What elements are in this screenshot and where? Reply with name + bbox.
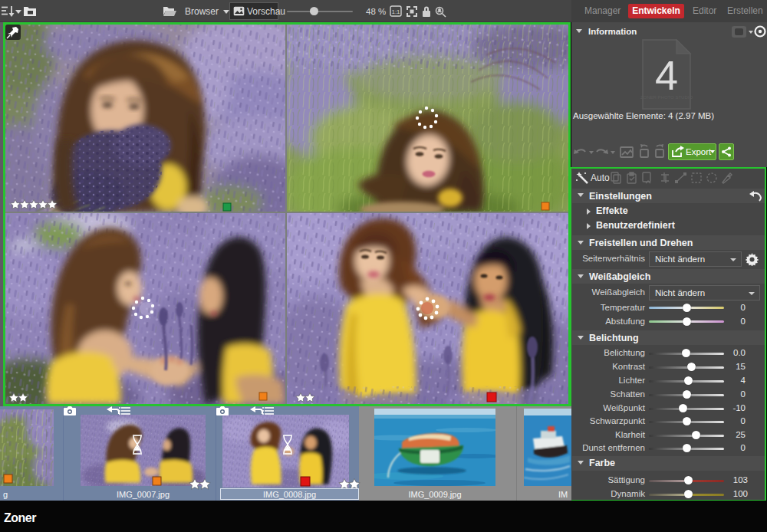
svg-text:4: 4 bbox=[655, 52, 678, 98]
svg-text:ZONER PHOTO STUDIO: ZONER PHOTO STUDIO bbox=[640, 95, 693, 100]
svg-text:1:1: 1:1 bbox=[391, 8, 400, 15]
